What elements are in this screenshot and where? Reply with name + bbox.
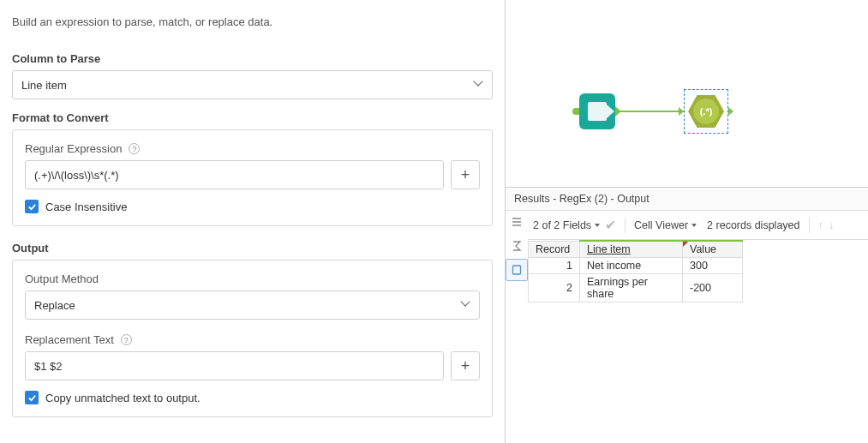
apply-check-icon[interactable]: ✔	[605, 217, 616, 233]
cell-value: -200	[683, 274, 743, 302]
results-toolbar: 2 of 2 Fields ✔ Cell Viewer 2 records di…	[528, 211, 868, 240]
copy-unmatched-checkbox[interactable]	[25, 391, 39, 404]
format-to-convert-group: Regular Expression ? + Case Insensitive	[12, 129, 493, 226]
regex-label-row: Regular Expression ?	[25, 142, 480, 155]
rail-list-icon[interactable]	[506, 211, 528, 233]
intro-text: Build an expression to parse, match, or …	[12, 15, 493, 28]
regex-input[interactable]	[25, 160, 444, 189]
add-expression-button[interactable]: +	[451, 160, 480, 189]
col-record[interactable]: Record	[529, 241, 580, 258]
output-group: Output Method Replace Replacement Text ?…	[12, 260, 493, 417]
connection-line	[615, 111, 684, 112]
chevron-down-icon	[462, 301, 470, 309]
output-method-value: Replace	[34, 299, 75, 312]
col-value[interactable]: Value	[683, 241, 743, 258]
book-icon	[588, 102, 607, 121]
copy-unmatched-label: Copy unmatched text to output.	[45, 392, 201, 404]
help-icon[interactable]: ?	[129, 143, 140, 154]
arrow-up-icon[interactable]: ↑	[818, 219, 824, 231]
cell-record: 2	[529, 274, 580, 302]
case-insensitive-label: Case Insensitive	[45, 201, 127, 213]
table-row[interactable]: 1 Net income 300	[529, 258, 743, 274]
input-tool-node[interactable]	[579, 93, 615, 129]
case-insensitive-checkbox[interactable]	[25, 200, 39, 213]
regex-label: Regular Expression	[25, 142, 122, 155]
replacement-text-input[interactable]	[25, 351, 444, 380]
svg-rect-0	[513, 266, 521, 274]
output-method-label: Output Method	[25, 272, 480, 285]
results-table: Record Line item Value 1 Net income 300	[528, 240, 743, 302]
replacement-text-label-row: Replacement Text ?	[25, 333, 480, 346]
fields-summary[interactable]: 2 of 2 Fields	[533, 219, 600, 231]
format-to-convert-label: Format to Convert	[12, 111, 493, 124]
column-to-parse-select[interactable]: Line item	[12, 70, 493, 99]
rail-sigma-icon[interactable]	[506, 235, 528, 257]
records-count-label: 2 records displayed	[707, 219, 799, 231]
replacement-text-label: Replacement Text	[25, 333, 114, 346]
arrow-down-icon[interactable]: ↓	[829, 219, 835, 231]
cell-record: 1	[529, 258, 580, 274]
add-replacement-button[interactable]: +	[451, 351, 480, 380]
cell-value: 300	[683, 258, 743, 274]
col-line-item[interactable]: Line item	[580, 241, 683, 258]
config-panel: Build an expression to parse, match, or …	[0, 0, 506, 443]
results-rail	[506, 211, 528, 443]
regex-node-label: (.*)	[693, 99, 719, 124]
regex-tool-node[interactable]: (.*)	[684, 89, 728, 134]
output-label: Output	[12, 242, 493, 254]
results-title: Results - RegEx (2) - Output	[506, 188, 868, 211]
cell-line-item: Earnings per share	[580, 274, 683, 302]
chevron-down-icon	[475, 81, 483, 89]
results-panel: Results - RegEx (2) - Output 2 of 2 Fi	[506, 187, 868, 443]
help-icon[interactable]: ?	[121, 334, 132, 345]
cell-line-item: Net income	[580, 258, 683, 274]
column-to-parse-label: Column to Parse	[12, 52, 493, 65]
table-row[interactable]: 2 Earnings per share -200	[529, 274, 743, 302]
rail-page-icon[interactable]	[506, 259, 528, 281]
column-to-parse-value: Line item	[21, 79, 67, 92]
output-method-select[interactable]: Replace	[25, 290, 480, 320]
cell-viewer-dropdown[interactable]: Cell Viewer	[634, 219, 697, 231]
workflow-canvas[interactable]: (.*)	[506, 0, 868, 187]
right-panel: (.*) Results - RegEx (2) - Output	[506, 0, 868, 443]
